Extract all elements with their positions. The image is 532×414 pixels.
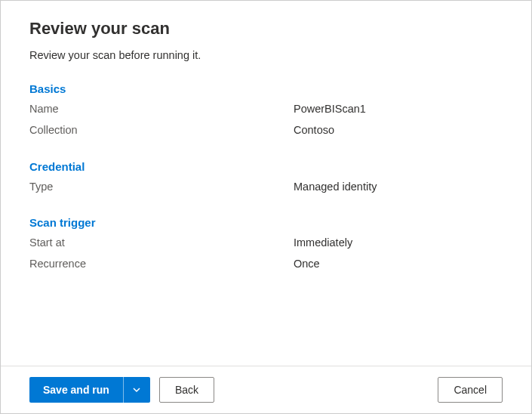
review-panel: Review your scan Review your scan before… (1, 1, 531, 366)
value-start-at: Immediately (294, 235, 352, 252)
label-type: Type (29, 179, 294, 196)
section-basics: Basics Name PowerBIScan1 Collection Cont… (29, 82, 503, 139)
page-subtitle: Review your scan before running it. (29, 49, 503, 61)
cancel-button[interactable]: Cancel (438, 377, 503, 403)
section-heading-scan-trigger: Scan trigger (29, 216, 503, 229)
value-type: Managed identity (294, 179, 377, 196)
save-and-run-group: Save and run (29, 377, 150, 403)
label-name: Name (29, 101, 294, 118)
row-recurrence: Recurrence Once (29, 256, 503, 273)
row-collection: Collection Contoso (29, 122, 503, 139)
value-collection: Contoso (294, 122, 334, 139)
value-recurrence: Once (294, 256, 320, 273)
row-name: Name PowerBIScan1 (29, 101, 503, 118)
back-button[interactable]: Back (159, 377, 214, 403)
label-recurrence: Recurrence (29, 256, 294, 273)
value-name: PowerBIScan1 (294, 101, 366, 118)
row-start-at: Start at Immediately (29, 235, 503, 252)
label-collection: Collection (29, 122, 294, 139)
row-type: Type Managed identity (29, 179, 503, 196)
section-scan-trigger: Scan trigger Start at Immediately Recurr… (29, 216, 503, 273)
save-and-run-button[interactable]: Save and run (29, 377, 123, 403)
section-credential: Credential Type Managed identity (29, 160, 503, 196)
label-start-at: Start at (29, 235, 294, 252)
save-and-run-split-button[interactable] (123, 377, 150, 403)
page-title: Review your scan (29, 19, 503, 39)
section-heading-basics: Basics (29, 82, 503, 95)
chevron-down-icon (132, 385, 141, 394)
section-heading-credential: Credential (29, 160, 503, 173)
footer-bar: Save and run Back Cancel (1, 366, 531, 413)
